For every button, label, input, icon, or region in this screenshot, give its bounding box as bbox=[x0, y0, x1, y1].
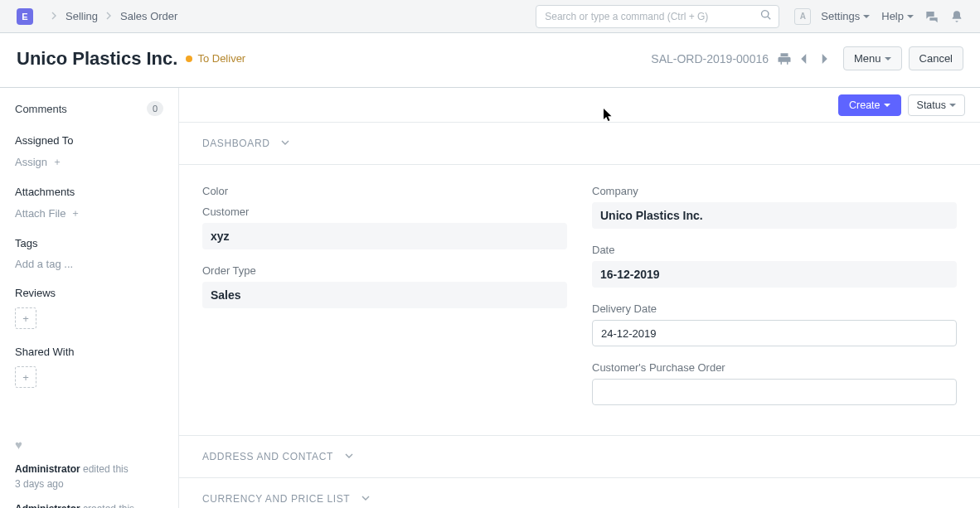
page-title: Unico Plastics Inc. bbox=[17, 48, 177, 70]
add-review-button[interactable]: + bbox=[15, 307, 36, 329]
heart-icon[interactable]: ♥ bbox=[15, 438, 163, 452]
section-currency-title: CURRENCY AND PRICE LIST bbox=[202, 493, 350, 505]
print-icon[interactable] bbox=[777, 51, 792, 66]
cancel-label: Cancel bbox=[919, 52, 953, 65]
section-dashboard-header[interactable]: DASHBOARD bbox=[202, 138, 957, 149]
breadcrumb-selling[interactable]: Selling bbox=[65, 10, 98, 22]
section-address-header[interactable]: ADDRESS AND CONTACT bbox=[202, 451, 957, 462]
log-when: 3 days ago bbox=[15, 478, 64, 490]
caret-down-icon bbox=[907, 10, 914, 22]
form-column-left: Color Customer xyz Order Type Sales bbox=[202, 185, 567, 420]
plus-icon: ＋ bbox=[52, 155, 62, 169]
section-currency-header[interactable]: CURRENCY AND PRICE LIST bbox=[202, 493, 957, 505]
status-badge: To Deliver bbox=[197, 52, 245, 65]
navbar: E Selling Sales Order A Settings Help bbox=[0, 0, 980, 33]
field-customer: Customer xyz bbox=[202, 206, 567, 249]
plus-icon: + bbox=[22, 312, 29, 325]
caret-down-icon bbox=[885, 52, 891, 65]
search-icon bbox=[760, 9, 772, 23]
settings-link[interactable]: Settings bbox=[821, 10, 870, 22]
tags-heading: Tags bbox=[15, 237, 163, 249]
field-cpo: Customer's Purchase Order bbox=[592, 361, 957, 405]
customer-value[interactable]: xyz bbox=[202, 223, 567, 249]
company-label: Company bbox=[592, 185, 957, 197]
assigned-to-heading: Assigned To bbox=[15, 134, 163, 147]
delivery-date-label: Delivery Date bbox=[592, 302, 957, 315]
order-type-value[interactable]: Sales bbox=[202, 282, 567, 308]
help-label: Help bbox=[881, 10, 904, 22]
sidebar: Comments 0 Assigned To Assign ＋ Attachme… bbox=[0, 88, 179, 508]
help-link[interactable]: Help bbox=[881, 10, 914, 22]
status-dot-icon bbox=[186, 56, 192, 62]
avatar[interactable]: A bbox=[794, 8, 811, 25]
attach-file-label: Attach File bbox=[15, 207, 65, 220]
company-value[interactable]: Unico Plastics Inc. bbox=[592, 202, 957, 229]
section-dashboard: DASHBOARD bbox=[179, 123, 980, 165]
search-input[interactable] bbox=[543, 10, 760, 23]
field-color: Color bbox=[202, 185, 567, 197]
caret-down-icon bbox=[884, 99, 890, 111]
add-tag-label: Add a tag ... bbox=[15, 258, 73, 270]
chevron-down-icon bbox=[361, 493, 370, 505]
section-form: Color Customer xyz Order Type Sales Comp… bbox=[179, 165, 980, 436]
form-column-right: Company Unico Plastics Inc. Date 16-12-2… bbox=[592, 185, 957, 420]
cancel-button[interactable]: Cancel bbox=[909, 46, 963, 70]
chevron-down-icon bbox=[345, 451, 353, 462]
menu-label: Menu bbox=[854, 52, 881, 65]
field-order-type: Order Type Sales bbox=[202, 264, 567, 308]
sidebar-comments[interactable]: Comments 0 bbox=[15, 101, 163, 116]
global-search[interactable] bbox=[536, 5, 779, 28]
activity-log-entry: Administrator edited this 3 days ago bbox=[15, 462, 163, 491]
prev-icon[interactable] bbox=[797, 51, 812, 66]
section-address-title: ADDRESS AND CONTACT bbox=[202, 451, 333, 462]
bell-icon[interactable] bbox=[950, 10, 963, 23]
form-toolbar: Create Status bbox=[179, 88, 980, 123]
activity-log-entry: Administrator created this bbox=[15, 501, 163, 508]
menu-button[interactable]: Menu bbox=[843, 46, 902, 70]
chat-icon[interactable] bbox=[925, 10, 939, 23]
cpo-input[interactable] bbox=[592, 379, 957, 405]
order-type-label: Order Type bbox=[202, 264, 567, 277]
app-logo[interactable]: E bbox=[17, 8, 33, 25]
comments-count: 0 bbox=[147, 101, 163, 116]
plus-icon: ＋ bbox=[70, 206, 80, 220]
field-company: Company Unico Plastics Inc. bbox=[592, 185, 957, 229]
document-id: SAL-ORD-2019-00016 bbox=[651, 52, 769, 65]
date-value[interactable]: 16-12-2019 bbox=[592, 261, 957, 288]
section-dashboard-title: DASHBOARD bbox=[202, 138, 269, 149]
breadcrumb-sales-order[interactable]: Sales Order bbox=[120, 10, 177, 22]
assign-action[interactable]: Assign ＋ bbox=[15, 155, 163, 169]
caret-down-icon bbox=[863, 10, 870, 22]
add-share-button[interactable]: + bbox=[15, 366, 36, 388]
next-icon[interactable] bbox=[817, 51, 832, 66]
chevron-right-icon bbox=[106, 11, 112, 22]
log-user: Administrator bbox=[15, 503, 80, 508]
section-address: ADDRESS AND CONTACT bbox=[179, 436, 980, 478]
color-label: Color bbox=[202, 185, 567, 197]
comments-label: Comments bbox=[15, 103, 67, 115]
field-date: Date 16-12-2019 bbox=[592, 244, 957, 288]
chevron-down-icon bbox=[281, 138, 289, 149]
chevron-right-icon bbox=[51, 11, 57, 22]
delivery-date-input[interactable] bbox=[592, 320, 957, 346]
main-content: Create Status DASHBOARD bbox=[179, 88, 980, 508]
status-label: Status bbox=[917, 99, 946, 111]
plus-icon: + bbox=[22, 371, 29, 384]
log-action: edited this bbox=[80, 463, 129, 475]
settings-label: Settings bbox=[821, 10, 860, 22]
add-tag-action[interactable]: Add a tag ... bbox=[15, 258, 163, 270]
status-button[interactable]: Status bbox=[908, 94, 965, 116]
log-action: created this bbox=[80, 503, 134, 508]
attach-file-action[interactable]: Attach File ＋ bbox=[15, 206, 163, 220]
field-delivery-date: Delivery Date bbox=[592, 302, 957, 346]
attachments-heading: Attachments bbox=[15, 186, 163, 198]
create-label: Create bbox=[849, 99, 881, 111]
page-header: Unico Plastics Inc. To Deliver SAL-ORD-2… bbox=[0, 33, 980, 88]
caret-down-icon bbox=[949, 99, 956, 111]
shared-with-heading: Shared With bbox=[15, 346, 163, 358]
customer-label: Customer bbox=[202, 206, 567, 218]
log-user: Administrator bbox=[15, 463, 80, 475]
date-label: Date bbox=[592, 244, 957, 256]
create-button[interactable]: Create bbox=[838, 94, 901, 116]
assign-label: Assign bbox=[15, 156, 47, 168]
